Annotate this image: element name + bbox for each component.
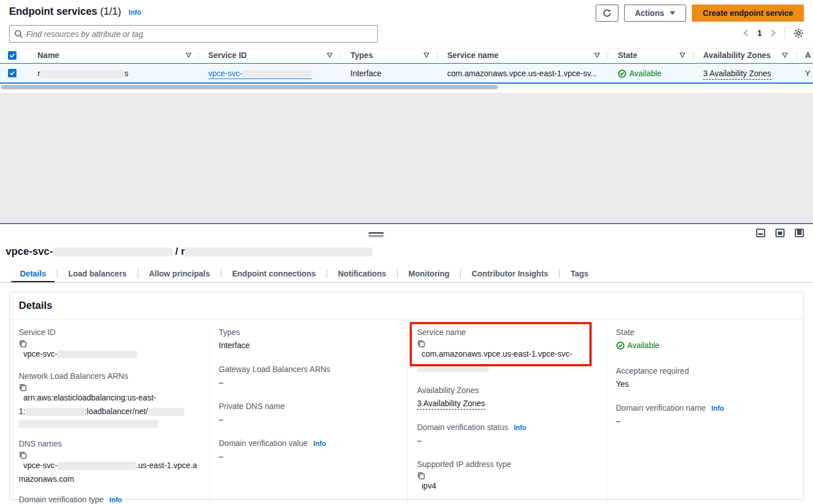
details-column-1: Service ID vpce-svc- Network Load Balanc… (10, 328, 209, 504)
tabs-bottom-border (0, 282, 813, 283)
cell-types: Interface (350, 69, 381, 78)
available-check-icon (616, 341, 625, 350)
details-column-3: Service name com.amazonaws.vpce.us-east-… (407, 328, 606, 504)
field-domain-verification-value: Domain verification value Info – (219, 439, 399, 462)
column-header-service-id[interactable]: Service ID (208, 51, 247, 60)
field-label: Gateway Load Balancers ARNs (219, 365, 399, 374)
field-label: Acceptance required (616, 366, 795, 375)
tab-allow-principals[interactable]: Allow principals (138, 265, 221, 282)
sort-icon-state[interactable] (679, 52, 686, 58)
field-label: Network Load Balancers ARNs (19, 371, 200, 381)
redacted-text (26, 408, 85, 416)
create-endpoint-service-label: Create endpoint service (703, 9, 793, 18)
header-actions: Actions Create endpoint service (596, 5, 804, 22)
refresh-icon (602, 9, 612, 18)
field-label: State (616, 328, 795, 337)
sort-icon-types[interactable] (423, 52, 430, 58)
panel-drag-handle[interactable] (369, 232, 383, 237)
state-value: Available (628, 340, 660, 352)
info-link[interactable]: Info (514, 424, 526, 432)
redacted-text (19, 420, 158, 428)
field-domain-verification-status: Domain verification status Info – (417, 423, 597, 447)
field-acceptance-required: Acceptance required Yes (616, 366, 795, 390)
info-link[interactable]: Info (313, 440, 326, 448)
caret-down-icon (670, 11, 675, 15)
field-gateway-lb-arns: Gateway Load Balancers ARNs – (219, 365, 399, 389)
panel-layout-controls (756, 229, 804, 237)
field-label: Service name (417, 328, 597, 337)
field-service-name: Service name com.amazonaws.vpce.us-east-… (417, 328, 597, 374)
horizontal-scrollbar-track (0, 85, 813, 90)
row-checkbox[interactable] (8, 69, 16, 77)
column-header-availability-zones[interactable]: Availability Zones (703, 51, 771, 60)
prev-page-icon[interactable] (742, 29, 749, 37)
panel-title-id-prefix: vpce-svc- (6, 246, 53, 257)
copy-icon[interactable] (417, 472, 597, 480)
info-link[interactable]: Info (711, 404, 724, 412)
search-input[interactable] (26, 30, 373, 39)
redacted-text (148, 408, 184, 416)
field-availability-zones: Availability Zones 3 Availability Zones (417, 386, 597, 410)
column-header-truncated[interactable]: A (805, 51, 811, 60)
next-page-icon[interactable] (770, 29, 777, 37)
refresh-button[interactable] (596, 5, 618, 22)
column-divider (608, 52, 608, 60)
column-divider (340, 52, 341, 60)
domain-verification-value-value: – (219, 451, 399, 462)
nlb-arn-line1: arn:aws:elasticloadbalancing:us-east- (23, 393, 156, 402)
tab-notifications[interactable]: Notifications (327, 265, 397, 282)
field-state: State Available (616, 328, 795, 353)
cell-name: rs (38, 69, 129, 78)
column-header-types[interactable]: Types (350, 51, 373, 60)
available-check-icon (618, 69, 626, 78)
column-header-name[interactable]: Name (38, 51, 59, 60)
info-link[interactable]: Info (109, 496, 122, 504)
pagination: 1 (742, 26, 804, 40)
sort-icon-service-name[interactable] (594, 52, 600, 58)
table-settings-gear-icon[interactable] (793, 28, 804, 39)
cell-service-name: com.amazonaws.vpce.us-east-1.vpce-sv... (447, 69, 597, 78)
service-id-link[interactable]: vpce-svc- (208, 69, 312, 79)
field-label: Domain verification value (219, 439, 308, 448)
availability-zones-popover-link[interactable]: 3 Availability Zones (703, 69, 771, 80)
copy-icon[interactable] (19, 340, 200, 348)
field-label: Availability Zones (417, 386, 597, 395)
endpoint-services-list-section: Endpoint services (1/1) Info Actions Cre… (0, 0, 813, 93)
panel-size-medium-icon[interactable] (775, 229, 785, 237)
panel-size-small-icon[interactable] (756, 229, 765, 237)
create-endpoint-service-button[interactable]: Create endpoint service (692, 5, 804, 22)
sort-icon-availability-zones[interactable] (782, 52, 788, 58)
tab-endpoint-connections[interactable]: Endpoint connections (221, 265, 327, 282)
service-name-value: com.amazonaws.vpce.us-east-1.vpce-svc- (422, 349, 572, 358)
availability-zones-detail-link[interactable]: 3 Availability Zones (417, 399, 485, 410)
column-header-service-name[interactable]: Service name (447, 51, 498, 60)
page-title-info-link[interactable]: Info (129, 9, 141, 16)
sort-icon-name[interactable] (185, 52, 192, 58)
copy-icon[interactable] (417, 340, 597, 348)
actions-button[interactable]: Actions (624, 5, 686, 22)
acceptance-required-value: Yes (616, 378, 795, 390)
horizontal-scrollbar-thumb[interactable] (1, 85, 498, 89)
field-label: Service ID (19, 328, 200, 337)
redacted-text (53, 247, 172, 257)
tab-tags[interactable]: Tags (560, 265, 600, 282)
select-all-checkbox[interactable] (8, 51, 16, 60)
tab-load-balancers[interactable]: Load balancers (57, 265, 138, 282)
redacted-text (185, 247, 373, 257)
cell-truncated: Y (805, 69, 810, 78)
copy-icon[interactable] (19, 383, 200, 392)
tab-contributor-insights[interactable]: Contributor Insights (461, 265, 559, 282)
field-label: DNS names (19, 439, 200, 448)
tab-details[interactable]: Details (9, 265, 57, 282)
sort-icon-service-id[interactable] (327, 52, 333, 58)
field-label: Domain verification name (616, 403, 706, 412)
search-box[interactable] (9, 25, 378, 43)
panel-size-full-icon[interactable] (795, 229, 804, 237)
page-number[interactable]: 1 (757, 28, 762, 38)
details-column-4: State Available Acceptance required (606, 328, 804, 504)
detail-panel: vpce-svc- / r Details Load balancers All… (0, 224, 813, 504)
private-dns-name-value: – (219, 414, 399, 425)
column-header-state[interactable]: State (618, 51, 637, 60)
copy-icon[interactable] (19, 451, 200, 460)
tab-monitoring[interactable]: Monitoring (398, 265, 460, 282)
